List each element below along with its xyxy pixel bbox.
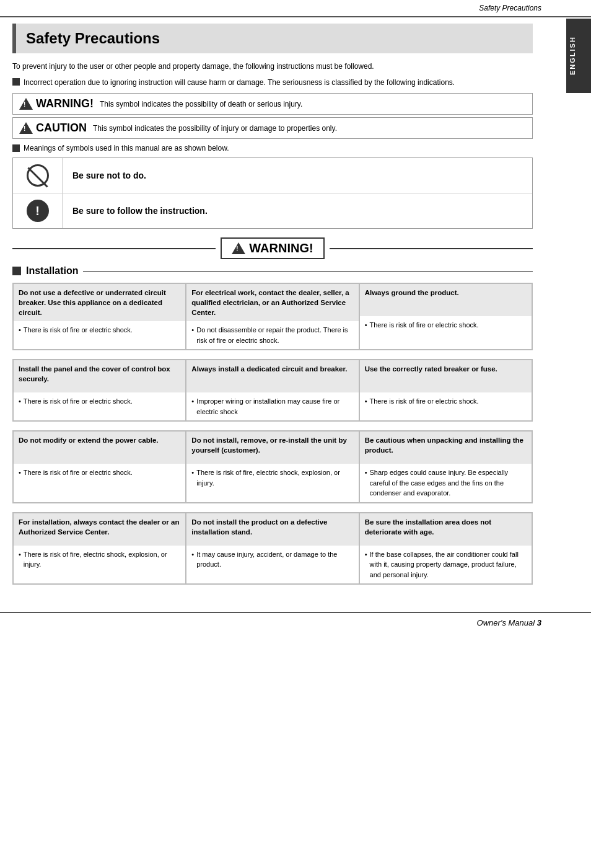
warning-label: ! WARNING! [19,97,94,110]
cell-body-2-0: There is risk of fire or electric shock. [14,464,185,482]
installation-title: Installation [12,265,533,277]
grid-cell-3-2: Be sure the installation area does not d… [359,513,532,585]
grid-row-3: For installation, always contact the dea… [12,512,533,585]
caution-description: This symbol indicates the possibility of… [93,124,337,133]
cell-body-3-1: It may cause injury, accident, or damage… [186,546,358,574]
cell-body-1-1: Improper wiring or installation may caus… [186,392,358,420]
cell-header-1-1: Always install a dedicated circuit and b… [186,360,358,392]
caution-symbol-box: ! CAUTION This symbol indicates the poss… [12,117,533,139]
cell-body-2-1: There is risk of fire, electric shock, e… [186,464,358,492]
page-title-block: Safety Precautions [12,24,533,53]
cell-header-3-0: For installation, always contact the dea… [14,513,185,546]
meanings-text: Meanings of symbols used in this manual … [24,144,229,153]
cell-body-0-1: Do not disassemble or repair the product… [186,321,358,349]
cell-body-1-2: There is risk of fire or electric shock. [360,392,532,410]
grid-row-2: Do not modify or extend the power cable.… [12,430,533,503]
page-title: Safety Precautions [26,30,523,47]
footer-text: Owner's Manual [477,618,535,627]
grid-cell-3-1: Do not install the product on a defectiv… [186,513,359,585]
cell-header-0-0: Do not use a defective or underrated cir… [14,284,185,321]
meanings-bullet: Meanings of symbols used in this manual … [12,144,533,153]
cell-bullet-3-2: If the base collapses, the air condition… [365,549,527,580]
meanings-bullet-icon [12,144,20,152]
cell-bullet-3-1: It may cause injury, accident, or damage… [191,549,353,570]
no-do-desc: Be sure not to do. [63,158,532,193]
no-do-icon [27,164,49,187]
grid-cell-2-1: Do not install, remove, or re-install th… [186,431,359,503]
page-footer: Owner's Manual 3 [0,612,591,632]
caution-label-text: CAUTION [36,122,87,135]
cell-body-1-0: There is risk of fire or electric shock. [14,392,185,410]
banner-line-left [12,248,216,249]
cell-bullet-2-0: There is risk of fire or electric shock. [19,467,180,478]
cell-bullet-2-2: Sharp edges could cause injury. Be espec… [365,467,527,498]
banner-text: ! WARNING! [221,237,324,259]
cell-bullet-1-2: There is risk of fire or electric shock. [365,396,527,407]
warning-label-text: WARNING! [36,97,94,110]
cell-bullet-0-2: There is risk of fire or electric shock. [365,320,527,330]
language-tab: ENGLISH [566,19,591,93]
symbol-row-2: ! Be sure to follow the instruction. [13,193,532,228]
symbol-table: Be sure not to do. ! Be sure to follow t… [12,157,533,229]
caution-label: ! CAUTION [19,122,87,135]
page-header: Safety Precautions [0,0,591,17]
warning-description: This symbol indicates the possibility of… [100,100,302,108]
grid-cell-2-0: Do not modify or extend the power cable.… [13,431,186,503]
symbol-row-1: Be sure not to do. [13,158,532,193]
header-title: Safety Precautions [479,4,541,12]
cell-body-3-2: If the base collapses, the air condition… [360,546,532,584]
intro-bullet: Incorrect operation due to ignoring inst… [12,77,533,88]
cell-header-1-0: Install the panel and the cover of contr… [14,360,185,392]
cell-body-2-2: Sharp edges could cause injury. Be espec… [360,464,532,502]
cell-bullet-3-0: There is risk of fire, electric shock, e… [19,549,180,570]
cell-header-3-2: Be sure the installation area does not d… [360,513,532,546]
follow-icon-cell: ! [13,193,63,228]
grid-row-1: Install the panel and the cover of contr… [12,359,533,422]
bullet-icon [12,78,20,86]
cell-header-2-2: Be cautious when unpacking and installin… [360,432,532,464]
intro-text: To prevent injury to the user or other p… [12,61,533,72]
grid-cell-1-1: Always install a dedicated circuit and b… [186,360,359,421]
footer-page: 3 [537,618,541,627]
banner-label: WARNING! [249,241,313,255]
cell-header-1-2: Use the correctly rated breaker or fuse. [360,360,532,392]
grid-cell-0-0: Do not use a defective or underrated cir… [13,283,186,350]
warning-banner: ! WARNING! [12,237,533,259]
intro-bullet-text: Incorrect operation due to ignoring inst… [24,77,455,88]
follow-desc: Be sure to follow the instruction. [63,193,532,228]
cell-header-2-1: Do not install, remove, or re-install th… [186,432,358,464]
cell-header-0-1: For electrical work, contact the dealer,… [186,284,358,321]
cell-bullet-0-1: Do not disassemble or repair the product… [191,325,353,345]
cell-body-0-2: There is risk of fire or electric shock. [360,316,532,334]
warning-symbol-box: ! WARNING! This symbol indicates the pos… [12,93,533,115]
grid-cell-2-2: Be cautious when unpacking and installin… [359,431,532,503]
grid-cell-0-2: Always ground the product. There is risk… [359,283,532,350]
no-do-icon-cell [13,158,63,193]
grid-cell-1-2: Use the correctly rated breaker or fuse.… [359,360,532,421]
grid-cell-3-0: For installation, always contact the dea… [13,513,186,585]
grid-cell-1-0: Install the panel and the cover of contr… [13,360,186,421]
grid-row-0: Do not use a defective or underrated cir… [12,283,533,350]
cell-bullet-1-0: There is risk of fire or electric shock. [19,396,180,407]
section-bullet [12,267,21,275]
cell-header-3-1: Do not install the product on a defectiv… [186,513,358,546]
installation-label: Installation [26,265,78,277]
banner-line-right [330,248,533,249]
cell-body-0-0: There is risk of fire or electric shock. [14,321,185,339]
cell-body-3-0: There is risk of fire, electric shock, e… [14,546,185,574]
grid-cell-0-1: For electrical work, contact the dealer,… [186,283,359,350]
cell-bullet-0-0: There is risk of fire or electric shock. [19,325,180,335]
installation-grid: Do not use a defective or underrated cir… [12,283,533,585]
cell-bullet-1-1: Improper wiring or installation may caus… [191,396,353,417]
follow-icon: ! [27,200,49,222]
cell-bullet-2-1: There is risk of fire, electric shock, e… [191,467,353,488]
section-line [83,271,533,272]
cell-header-2-0: Do not modify or extend the power cable. [14,432,185,464]
cell-header-0-2: Always ground the product. [360,284,532,316]
